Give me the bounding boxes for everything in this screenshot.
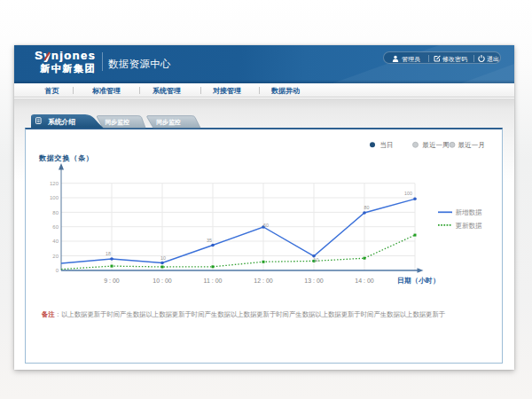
svg-text:同步监控: 同步监控 <box>106 119 129 126</box>
svg-text:最近一月: 最近一月 <box>458 141 485 149</box>
svg-text:系统介绍: 系统介绍 <box>48 118 75 126</box>
svg-text:40: 40 <box>52 239 59 244</box>
svg-text:9 : 00: 9 : 00 <box>104 278 120 284</box>
svg-text:14 : 00: 14 : 00 <box>355 278 374 284</box>
svg-text:80: 80 <box>364 205 370 210</box>
svg-text:最近一周: 最近一周 <box>422 141 449 149</box>
svg-text:新增数据: 新增数据 <box>456 208 483 216</box>
svg-text:更新数据: 更新数据 <box>456 222 483 230</box>
svg-text:80: 80 <box>52 210 59 215</box>
svg-text:35: 35 <box>207 238 212 243</box>
svg-text:日期（小时）: 日期（小时） <box>397 277 440 285</box>
svg-text:20: 20 <box>52 254 59 259</box>
svg-text:10 : 00: 10 : 00 <box>153 278 172 284</box>
svg-text:120: 120 <box>50 181 59 186</box>
svg-text:100: 100 <box>404 191 412 196</box>
svg-text:10: 10 <box>160 255 166 261</box>
svg-text:60: 60 <box>263 223 269 228</box>
svg-text:同步监控: 同步监控 <box>156 119 180 126</box>
svg-text:12 : 00: 12 : 00 <box>254 278 273 284</box>
svg-text:18: 18 <box>106 251 111 256</box>
svg-text:0: 0 <box>56 268 59 273</box>
svg-text:数据交换（条）: 数据交换（条） <box>38 154 94 162</box>
svg-text:60: 60 <box>52 224 59 230</box>
svg-text:11 : 00: 11 : 00 <box>204 278 223 284</box>
svg-text:100: 100 <box>50 195 59 200</box>
svg-text:13 : 00: 13 : 00 <box>304 278 324 284</box>
svg-text:10: 10 <box>314 257 319 262</box>
svg-text:当日: 当日 <box>380 141 394 149</box>
